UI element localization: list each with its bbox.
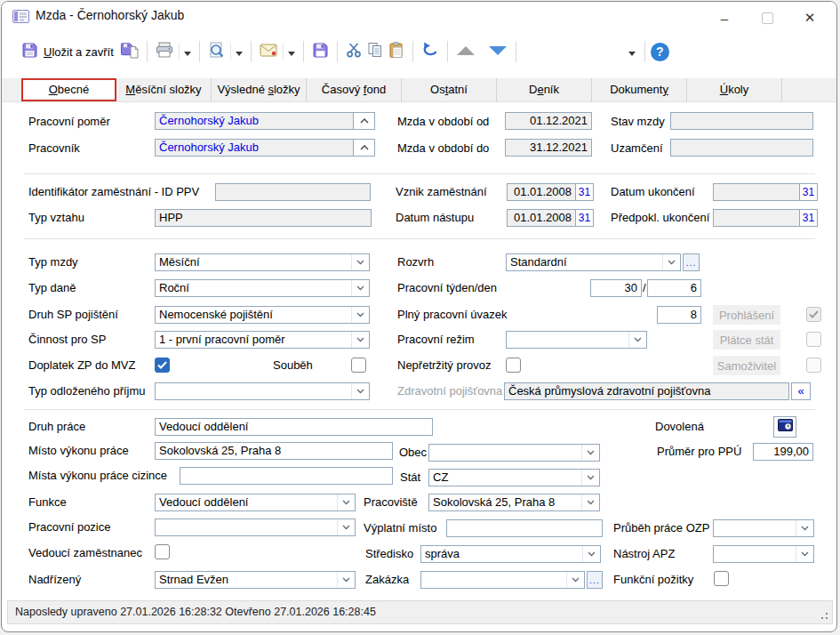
preview-options-button[interactable] [234, 42, 245, 61]
send-mail-button[interactable] [257, 42, 280, 62]
nepretrzity-checkbox[interactable] [506, 358, 521, 373]
soubeh-checkbox[interactable] [351, 358, 366, 373]
save-record-button[interactable] [309, 40, 332, 64]
rozvrh-more-button[interactable]: ... [683, 253, 700, 271]
copy-button[interactable] [364, 40, 386, 63]
tab-vysledne-slozky[interactable]: Výsledné složky [212, 78, 307, 101]
mail-options-button[interactable] [286, 42, 298, 61]
save-icon [312, 42, 329, 62]
toolbar-separator [337, 41, 338, 62]
prac-den-field[interactable]: 6 [647, 279, 701, 297]
help-button[interactable]: ? [651, 43, 669, 61]
funkcni-pozitky-checkbox[interactable] [714, 571, 729, 586]
dovolena-detail-button[interactable] [773, 416, 796, 438]
platce-stat-checkbox [806, 332, 821, 347]
mista-cizince-field[interactable] [180, 467, 393, 485]
cut-button[interactable] [343, 40, 364, 63]
pracovnik-field[interactable]: Černohorský Jakub [155, 139, 354, 157]
previous-record-button[interactable] [453, 42, 478, 61]
obec-select[interactable] [428, 444, 600, 462]
print-button[interactable] [153, 40, 176, 63]
druh-prace-field[interactable]: Vedoucí oddělení [155, 418, 433, 436]
nastroj-apz-select[interactable] [713, 545, 814, 563]
plny-uvazek-field[interactable]: 8 [657, 306, 701, 324]
funkce-select[interactable]: Vedoucí oddělení [155, 494, 356, 511]
pracovni-pomer-expand-button[interactable] [353, 112, 375, 130]
id-ppv-field[interactable] [215, 183, 371, 201]
prubeh-ozp-select[interactable] [713, 519, 814, 537]
chevron-down-icon [566, 572, 584, 588]
prac-pozice-select[interactable] [155, 518, 356, 536]
minimize-button[interactable]: – [703, 2, 746, 34]
resize-grip[interactable] [817, 608, 828, 619]
tab-denik[interactable]: Deník [497, 78, 592, 101]
predpokl-ukonceni-calendar-button[interactable]: 31 [799, 209, 818, 227]
mzda-do-field[interactable]: 31.12.2021 [505, 139, 592, 157]
uzamceni-field[interactable] [670, 139, 813, 157]
save-and-new-button[interactable] [117, 40, 141, 64]
prac-tyden-field[interactable]: 30 [590, 279, 642, 297]
toolbar-separator [644, 41, 645, 62]
prumer-ppu-field[interactable]: 199,00 [753, 443, 813, 461]
dropdown-arrow-icon [236, 44, 243, 60]
undo-button[interactable] [419, 40, 442, 63]
toolbar-thin-divider [283, 44, 284, 60]
section-divider [24, 409, 815, 410]
misto-vykonu-field[interactable]: Sokolovská 25, Praha 8 [155, 442, 393, 460]
typ-odlozeneho-select[interactable] [155, 382, 370, 400]
vyplatni-misto-field[interactable] [446, 519, 603, 537]
prac-rezim-select[interactable] [506, 331, 647, 349]
pracovni-pomer-field[interactable]: Černohorský Jakub [155, 112, 354, 130]
pracovnik-expand-button[interactable] [353, 139, 375, 157]
vedouci-zam-checkbox[interactable] [155, 544, 170, 559]
tab-ukoly[interactable]: Úkoly [687, 78, 782, 101]
rozvrh-select[interactable]: Standardní [506, 253, 681, 271]
nastup-field[interactable]: 01.01.2008 [507, 209, 576, 227]
ukonceni-calendar-button[interactable]: 31 [799, 183, 818, 201]
doplatek-zp-checkbox[interactable] [155, 358, 170, 373]
print-options-button[interactable] [182, 42, 194, 61]
mzda-od-field[interactable]: 01.12.2021 [505, 112, 592, 130]
nastroj-apz-label: Nástroj APZ [613, 545, 675, 563]
preview-button[interactable] [205, 40, 228, 64]
paste-button[interactable] [386, 40, 407, 64]
vznik-field[interactable]: 01.01.2008 [507, 183, 576, 201]
pracoviste-select[interactable]: Sokolovská 25, Praha 8 [428, 494, 600, 511]
nastup-calendar-button[interactable]: 31 [575, 209, 594, 227]
vznik-calendar-button[interactable]: 31 [575, 183, 594, 201]
zakazka-select[interactable] [420, 571, 585, 589]
typ-mzdy-select[interactable]: Měsíční [155, 253, 370, 271]
ukonceni-field[interactable] [713, 183, 800, 201]
tab-mesicni-slozky[interactable]: Měsíční složky [116, 78, 212, 101]
druh-sp-select[interactable]: Nemocenské pojištění [155, 306, 370, 324]
tab-dokumenty[interactable]: Dokumenty [592, 78, 687, 101]
stat-select[interactable]: CZ [428, 469, 600, 486]
zdravotni-pojistovna-field[interactable]: Česká průmyslová zdravotní pojišťovna [504, 382, 789, 400]
tab-obecne[interactable]: Obecné [21, 78, 116, 101]
id-ppv-label: Identifikátor zaměstnání - ID PPV [28, 183, 199, 201]
stredisko-select[interactable]: správa [420, 545, 601, 563]
zdravotni-collapse-button[interactable]: « [791, 382, 811, 400]
cinnost-sp-select[interactable]: 1 - první pracovní poměr [155, 331, 370, 349]
save-and-close-button[interactable]: Uložit a zavřít [18, 40, 117, 63]
tab-casovy-fond[interactable]: Časový fond [307, 78, 402, 101]
cinnost-sp-label: Činnost pro SP [28, 331, 106, 349]
next-record-button[interactable] [485, 42, 510, 61]
down-triangle-icon [488, 44, 508, 60]
typ-dane-select[interactable]: Roční [155, 279, 370, 297]
nadrizeny-select[interactable]: Strnad Evžen [155, 571, 356, 589]
maximize-button[interactable] [746, 2, 788, 34]
quick-search-combo[interactable] [522, 42, 639, 61]
chevron-down-icon [662, 254, 680, 270]
predpokl-ukonceni-field[interactable] [713, 209, 800, 227]
printer-icon [156, 42, 173, 61]
typ-vztahu-field[interactable]: HPP [155, 209, 372, 227]
zakazka-more-button[interactable]: ... [587, 571, 603, 589]
status-text: Naposledy upraveno 27.01.2026 16:28:32 O… [15, 606, 376, 618]
stav-mzdy-field[interactable] [670, 112, 813, 130]
tab-ostatni[interactable]: Ostatní [402, 78, 497, 101]
close-button[interactable]: ✕ [788, 2, 831, 34]
plny-uvazek-label: Plný pracovní úvazek [397, 306, 508, 324]
section-divider [24, 173, 815, 174]
mista-cizince-label: Místa výkonu práce cizince [28, 467, 167, 485]
